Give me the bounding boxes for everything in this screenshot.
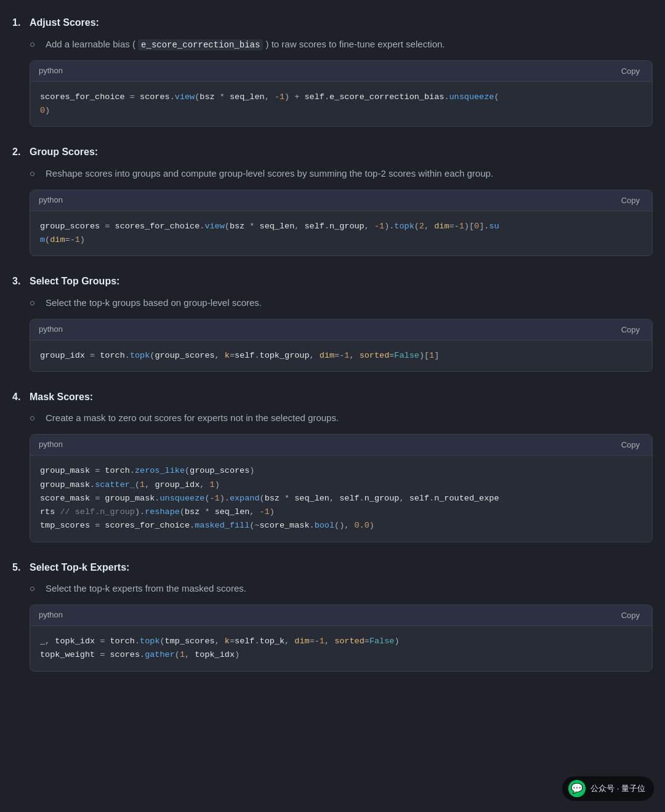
code-block-header-2: python Copy: [30, 190, 652, 211]
bullet-4-1: ○ Create a mask to zero out scores for e…: [30, 411, 653, 425]
code-content-4: group_mask = torch.zeros_like(group_scor…: [30, 456, 652, 541]
section-2: 2. Group Scores: ○ Reshape scores into g…: [12, 144, 653, 256]
code-lang-3: python: [39, 323, 63, 336]
section-heading-2: Group Scores:: [30, 144, 98, 160]
section-heading-5: Select Top-k Experts:: [30, 560, 129, 576]
copy-button-5[interactable]: Copy: [618, 609, 643, 621]
section-title-3: 3. Select Top Groups:: [12, 273, 653, 289]
section-heading-4: Mask Scores:: [30, 389, 93, 405]
bullet-text-4-1: Create a mask to zero out scores for exp…: [46, 411, 339, 425]
copy-button-3[interactable]: Copy: [618, 324, 643, 336]
section-1: 1. Adjust Scores: ○ Add a learnable bias…: [12, 15, 653, 127]
watermark: 💬 公众号 · 量子位: [562, 776, 654, 801]
section-number-3: 3.: [12, 273, 25, 289]
code-block-header-4: python Copy: [30, 435, 652, 456]
code-content-1: scores_for_choice = scores.view(bsz * se…: [30, 82, 652, 127]
section-number-2: 2.: [12, 144, 25, 160]
bullet-5-1: ○ Select the top-k experts from the mask…: [30, 581, 653, 596]
bullet-text-2-1: Reshape scores into groups and compute g…: [46, 166, 493, 181]
section-3: 3. Select Top Groups: ○ Select the top-k…: [12, 273, 653, 372]
code-block-5: python Copy _, topk_idx = torch.topk(tmp…: [30, 605, 653, 671]
code-block-1: python Copy scores_for_choice = scores.v…: [30, 60, 653, 127]
bullet-text-3-1: Select the top-k groups based on group-l…: [46, 295, 262, 310]
code-lang-4: python: [39, 438, 63, 451]
section-5: 5. Select Top-k Experts: ○ Select the to…: [12, 560, 653, 672]
bullet-dot-4-1: ○: [30, 411, 39, 425]
code-content-3: group_idx = torch.topk(group_scores, k=s…: [30, 340, 652, 371]
section-number-1: 1.: [12, 15, 25, 31]
copy-button-2[interactable]: Copy: [618, 195, 643, 206]
code-lang-1: python: [39, 65, 63, 78]
bullet-text-1-1: Add a learnable bias ( e_score_correctio…: [46, 37, 445, 52]
section-number-4: 4.: [12, 389, 25, 405]
section-4: 4. Mask Scores: ○ Create a mask to zero …: [12, 389, 653, 542]
bullet-dot-5-1: ○: [30, 581, 39, 596]
watermark-text: 公众号 · 量子位: [590, 782, 645, 795]
bullet-dot-3-1: ○: [30, 295, 39, 310]
code-block-2: python Copy group_scores = scores_for_ch…: [30, 190, 653, 256]
bullet-3-1: ○ Select the top-k groups based on group…: [30, 295, 653, 310]
code-block-header-5: python Copy: [30, 605, 652, 626]
watermark-icon: 💬: [568, 780, 586, 797]
code-lang-5: python: [39, 609, 63, 622]
copy-button-4[interactable]: Copy: [618, 439, 643, 451]
inline-code-1: e_score_correction_bias: [138, 39, 263, 50]
code-block-header-1: python Copy: [30, 61, 652, 82]
bullet-dot-1-1: ○: [30, 37, 39, 52]
bullet-text-5-1: Select the top-k experts from the masked…: [46, 581, 246, 596]
section-title-5: 5. Select Top-k Experts:: [12, 560, 653, 576]
section-title-2: 2. Group Scores:: [12, 144, 653, 160]
copy-button-1[interactable]: Copy: [618, 65, 643, 77]
section-title-1: 1. Adjust Scores:: [12, 15, 653, 31]
bullet-1-1: ○ Add a learnable bias ( e_score_correct…: [30, 37, 653, 52]
code-block-header-3: python Copy: [30, 320, 652, 340]
code-content-5: _, topk_idx = torch.topk(tmp_scores, k=s…: [30, 626, 652, 671]
bullet-2-1: ○ Reshape scores into groups and compute…: [30, 166, 653, 181]
code-content-2: group_scores = scores_for_choice.view(bs…: [30, 211, 652, 256]
section-number-5: 5.: [12, 560, 25, 576]
code-lang-2: python: [39, 194, 63, 207]
section-title-4: 4. Mask Scores:: [12, 389, 653, 405]
code-block-3: python Copy group_idx = torch.topk(group…: [30, 319, 653, 372]
section-heading-3: Select Top Groups:: [30, 273, 119, 289]
code-block-4: python Copy group_mask = torch.zeros_lik…: [30, 434, 653, 542]
section-heading-1: Adjust Scores:: [30, 15, 99, 31]
bullet-dot-2-1: ○: [30, 166, 39, 181]
